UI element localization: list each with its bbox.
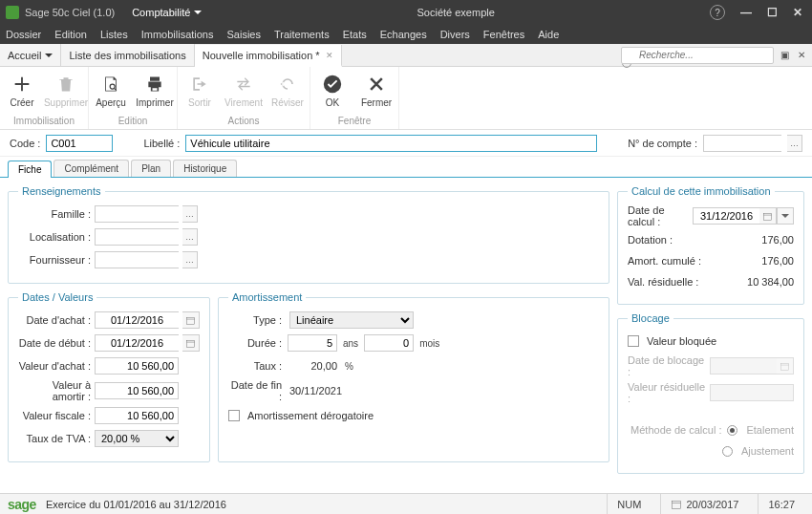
achat-label: Date d'achat :	[18, 314, 91, 326]
menu-etats[interactable]: Etats	[343, 29, 367, 40]
tab-fiche[interactable]: Fiche	[8, 161, 52, 178]
blocage-valeur-label: Valeur résiduelle :	[628, 381, 710, 404]
fieldset-dates: Dates / Valeurs Date d'achat : Date de d…	[8, 291, 210, 462]
calendar-icon	[671, 499, 682, 510]
help-icon[interactable]: ?	[710, 5, 725, 20]
crumb-current[interactable]: Nouvelle immobilisation * ✕	[195, 45, 342, 67]
creer-button[interactable]: Créer	[0, 69, 44, 114]
menu-immobilisations[interactable]: Immobilisations	[141, 29, 214, 40]
debut-label: Date de début :	[18, 337, 91, 349]
breadcrumb: Accueil Liste des immobilisations Nouvel…	[0, 44, 342, 66]
window-controls: ? — ☐ ✕	[710, 5, 806, 20]
libelle-label: Libellé :	[143, 138, 180, 149]
fermer-label: Fermer	[361, 97, 392, 108]
legend-amortissement: Amortissement	[228, 291, 306, 303]
type-label: Type :	[228, 314, 282, 326]
fournisseur-lookup-button[interactable]: …	[182, 251, 198, 268]
fermer-button[interactable]: Fermer	[354, 69, 398, 114]
valeur-fiscale-label: Valeur fiscale :	[18, 410, 91, 421]
ans-input[interactable]	[288, 334, 337, 352]
popout-icon[interactable]: ▣	[778, 49, 791, 62]
close-search-icon[interactable]: ✕	[795, 49, 808, 62]
close-tab-icon[interactable]: ✕	[326, 51, 333, 60]
search-input[interactable]	[621, 47, 774, 64]
bloquee-checkbox[interactable]	[628, 335, 639, 347]
creer-label: Créer	[10, 97, 33, 108]
menu-traitements[interactable]: Traitements	[274, 29, 330, 40]
methode-label: Méthode de calcul :	[630, 424, 721, 436]
tab-complement[interactable]: Complément	[53, 160, 129, 177]
famille-input[interactable]	[95, 205, 179, 223]
dropdown-icon[interactable]	[777, 207, 794, 225]
etalement-label: Etalement	[746, 424, 794, 436]
taux-label: Taux :	[228, 360, 282, 372]
calendar-icon[interactable]	[182, 311, 200, 329]
undo-icon	[276, 73, 299, 96]
valeur-fiscale-input[interactable]	[95, 407, 179, 424]
imprimer-button[interactable]: Imprimer	[133, 69, 177, 114]
tab-historique[interactable]: Historique	[173, 160, 237, 177]
blocage-date-input	[710, 357, 777, 375]
exit-icon	[188, 73, 211, 96]
virement-label: Virement	[224, 97, 263, 108]
crumb-list-label: Liste des immobilisations	[69, 50, 185, 61]
fin-value: 30/11/2021	[289, 385, 342, 396]
duree-label: Durée :	[228, 337, 282, 349]
residuelle-value: 10 384,00	[747, 276, 794, 288]
localisation-lookup-button[interactable]: …	[182, 228, 198, 246]
famille-lookup-button[interactable]: …	[182, 205, 198, 223]
fournisseur-input[interactable]	[95, 251, 179, 268]
libelle-input[interactable]	[185, 135, 597, 152]
calendar-icon	[777, 357, 794, 375]
menu-aide[interactable]: Aide	[538, 29, 559, 40]
code-label: Code :	[10, 138, 40, 149]
menu-dossier[interactable]: Dossier	[6, 29, 41, 40]
apercu-button[interactable]: Aperçu	[89, 69, 133, 114]
mois-input[interactable]	[364, 334, 414, 352]
fieldset-blocage: Blocage Valeur bloquée Date de blocage :…	[617, 312, 804, 474]
calendar-icon[interactable]	[759, 207, 777, 225]
legend-renseignements: Renseignements	[18, 185, 105, 197]
secondary-bar: Accueil Liste des immobilisations Nouvel…	[0, 44, 812, 67]
minimize-icon[interactable]: —	[740, 6, 752, 19]
module-dropdown[interactable]: Comptabilité	[132, 7, 202, 18]
menu-echanges[interactable]: Echanges	[380, 29, 427, 40]
ok-label: OK	[326, 97, 339, 108]
menu-divers[interactable]: Divers	[440, 29, 470, 40]
crumb-current-label: Nouvelle immobilisation *	[203, 50, 320, 61]
taux-tva-select[interactable]: 20,00 %	[95, 430, 179, 447]
close-icon[interactable]: ✕	[793, 6, 802, 19]
calcul-date-input[interactable]	[693, 207, 759, 225]
achat-input[interactable]	[95, 311, 179, 329]
legend-blocage: Blocage	[628, 312, 673, 324]
code-input[interactable]	[46, 135, 113, 152]
menu-fenetres[interactable]: Fenêtres	[483, 29, 524, 40]
app-icon	[6, 6, 19, 19]
ok-button[interactable]: OK	[310, 69, 354, 114]
localisation-input[interactable]	[95, 228, 179, 246]
blocage-valeur-input	[710, 384, 794, 401]
debut-input[interactable]	[95, 334, 179, 352]
compte-input[interactable]	[703, 135, 781, 152]
crumb-home[interactable]: Accueil	[0, 44, 61, 66]
maximize-icon[interactable]: ☐	[767, 6, 778, 19]
content: Renseignements Famille : … Localisation …	[0, 178, 812, 482]
calendar-icon[interactable]	[182, 334, 200, 352]
crumb-list[interactable]: Liste des immobilisations	[61, 44, 194, 66]
group-label: Fenêtre	[338, 114, 371, 129]
blocage-date-label: Date de blocage :	[628, 354, 710, 377]
derog-checkbox[interactable]	[228, 410, 240, 421]
etalement-radio	[727, 425, 737, 436]
menu-saisies[interactable]: Saisies	[227, 29, 261, 40]
type-select[interactable]: Linéaire	[289, 311, 414, 329]
ajustement-radio	[722, 446, 733, 457]
valeur-achat-input[interactable]	[95, 357, 179, 375]
valeur-amortir-input[interactable]	[95, 382, 179, 399]
tab-plan[interactable]: Plan	[131, 160, 171, 177]
menu-listes[interactable]: Listes	[100, 29, 128, 40]
sortir-label: Sortir	[188, 97, 211, 108]
compte-lookup-button[interactable]: …	[787, 135, 802, 152]
taux-unit: %	[345, 361, 353, 372]
menu-edition[interactable]: Edition	[54, 29, 87, 40]
status-date-value: 20/03/2017	[686, 499, 738, 510]
